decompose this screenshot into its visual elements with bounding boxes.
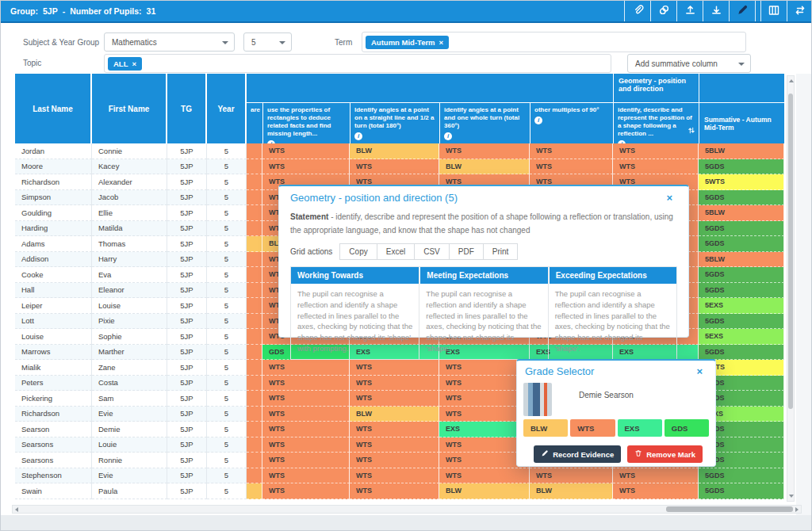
- grade-cell-clipped[interactable]: [247, 483, 262, 499]
- grade-cell-clipped[interactable]: [247, 143, 262, 159]
- remove-mark-button[interactable]: Remove Mark: [627, 445, 703, 463]
- info-icon[interactable]: i: [444, 132, 452, 140]
- grade-cell[interactable]: WTS: [262, 407, 350, 422]
- summative-cell[interactable]: 5WTS: [699, 174, 784, 190]
- header-last-name[interactable]: Last Name: [15, 74, 92, 143]
- vertical-scrollbar[interactable]: [787, 75, 795, 502]
- remove-term-tag-icon[interactable]: ×: [439, 38, 444, 47]
- grade-cell-clipped[interactable]: [247, 190, 262, 206]
- grade-cell[interactable]: WTS: [530, 159, 613, 175]
- csv-button[interactable]: CSV: [414, 243, 450, 260]
- grade-cell[interactable]: WTS: [262, 422, 350, 437]
- summative-cell[interactable]: 5BLW: [699, 143, 784, 159]
- grade-cell-clipped[interactable]: [247, 453, 262, 468]
- summative-cell[interactable]: 5EXS: [699, 329, 784, 345]
- sort-icon[interactable]: [688, 126, 695, 137]
- grade-cell-clipped[interactable]: [247, 267, 262, 283]
- grade-cell-clipped[interactable]: [247, 376, 262, 392]
- horizontal-scrollbar[interactable]: [12, 505, 802, 514]
- grade-cell[interactable]: WTS: [439, 143, 530, 159]
- grade-cell[interactable]: WTS: [350, 159, 439, 175]
- grade-cell-clipped[interactable]: [247, 221, 262, 237]
- statement-header-clipped[interactable]: are: [247, 102, 262, 143]
- grade-cell[interactable]: WTS: [262, 360, 350, 376]
- grade-cell[interactable]: WTS: [262, 143, 350, 159]
- grade-cell[interactable]: WTS: [613, 468, 699, 484]
- grade-blw-button[interactable]: BLW: [523, 419, 568, 437]
- columns-button[interactable]: [760, 1, 787, 21]
- grade-cell-clipped[interactable]: [247, 468, 262, 484]
- info-icon[interactable]: i: [534, 117, 542, 124]
- grade-cell-clipped[interactable]: [247, 329, 262, 345]
- summative-cell[interactable]: 5BLW: [699, 252, 784, 268]
- grade-exs-button[interactable]: EXS: [618, 419, 662, 437]
- grade-cell-clipped[interactable]: [247, 236, 262, 252]
- grade-cell[interactable]: WTS: [439, 468, 530, 484]
- grade-cell-clipped[interactable]: [247, 391, 262, 407]
- header-first-name[interactable]: First Name: [92, 74, 167, 143]
- term-tag[interactable]: Autumn Mid-Term ×: [366, 36, 449, 49]
- grade-cell[interactable]: WTS: [530, 468, 613, 484]
- grade-cell-clipped[interactable]: [247, 407, 262, 422]
- grade-cell[interactable]: BLW: [350, 407, 439, 422]
- grade-cell[interactable]: BLW: [439, 159, 530, 175]
- grade-cell-clipped[interactable]: [247, 345, 262, 361]
- statement-header-1[interactable]: use the properties of rectangles to dedu…: [262, 102, 350, 143]
- grade-cell[interactable]: WTS: [350, 376, 439, 392]
- grade-cell[interactable]: WTS: [262, 453, 350, 468]
- summative-cell[interactable]: 5GDS: [699, 190, 784, 206]
- topic-input[interactable]: ALL ×: [104, 54, 611, 73]
- grade-cell[interactable]: WTS: [262, 391, 350, 407]
- marking-pen-button[interactable]: [729, 1, 755, 21]
- record-evidence-button[interactable]: Record Evidence: [534, 445, 621, 463]
- upload-button[interactable]: [676, 1, 703, 21]
- remove-topic-tag-icon[interactable]: ×: [132, 59, 136, 68]
- grade-cell-clipped[interactable]: [247, 283, 262, 299]
- term-input[interactable]: Autumn Mid-Term ×: [362, 32, 746, 52]
- summative-cell[interactable]: 5BLW: [699, 205, 784, 221]
- grade-cell[interactable]: BLW: [350, 143, 439, 159]
- print-button[interactable]: Print: [483, 243, 519, 260]
- grade-cell-clipped[interactable]: [247, 205, 262, 221]
- copy-button[interactable]: Copy: [339, 243, 377, 260]
- statement-header-4[interactable]: other multiples of 90° i: [530, 102, 613, 143]
- grade-cell-clipped[interactable]: [247, 422, 262, 437]
- horizontal-scroll-thumb[interactable]: [666, 506, 793, 512]
- grade-cell-clipped[interactable]: [247, 159, 262, 175]
- header-year[interactable]: Year: [207, 74, 247, 143]
- grade-cell[interactable]: WTS: [350, 468, 439, 484]
- summative-cell[interactable]: 5GDS: [699, 159, 784, 175]
- grade-cell[interactable]: WTS: [350, 360, 439, 376]
- scroll-right-icon[interactable]: [795, 507, 799, 512]
- clone-button[interactable]: [650, 1, 676, 21]
- scroll-down-icon[interactable]: [789, 495, 794, 498]
- attach-button[interactable]: [624, 1, 650, 21]
- grade-cell[interactable]: WTS: [613, 483, 699, 499]
- grade-cell-clipped[interactable]: [247, 314, 262, 330]
- summative-cell[interactable]: 5GDS: [699, 314, 784, 330]
- grade-cell[interactable]: WTS: [262, 159, 350, 175]
- year-select[interactable]: 5: [243, 32, 292, 52]
- excel-button[interactable]: Excel: [377, 243, 415, 260]
- summative-cell[interactable]: 5GDS: [699, 345, 784, 361]
- grade-cell[interactable]: BLW: [530, 483, 613, 499]
- summative-cell[interactable]: 5GDS: [699, 221, 784, 237]
- grade-cell-clipped[interactable]: [247, 252, 262, 268]
- grade-cell[interactable]: WTS: [350, 422, 439, 437]
- exchange-button[interactable]: [787, 1, 812, 21]
- statement-header-3[interactable]: identify angles at a point and one whole…: [439, 102, 530, 143]
- grade-cell-clipped[interactable]: [247, 437, 262, 453]
- grade-cell[interactable]: WTS: [613, 143, 699, 159]
- download-button[interactable]: [703, 1, 729, 21]
- scroll-up-icon[interactable]: [789, 79, 794, 82]
- summative-cell[interactable]: 5GDS: [699, 468, 784, 484]
- grade-cell-clipped[interactable]: [247, 360, 262, 376]
- add-summative-select[interactable]: Add summative column: [627, 54, 751, 73]
- grade-cell[interactable]: WTS: [350, 437, 439, 453]
- info-icon[interactable]: i: [267, 140, 275, 143]
- scroll-left-icon[interactable]: [15, 507, 18, 512]
- grade-cell[interactable]: BLW: [439, 483, 530, 499]
- header-tg[interactable]: TG: [167, 74, 207, 143]
- grade-cell[interactable]: WTS: [262, 437, 350, 453]
- grade-cell[interactable]: WTS: [613, 159, 699, 175]
